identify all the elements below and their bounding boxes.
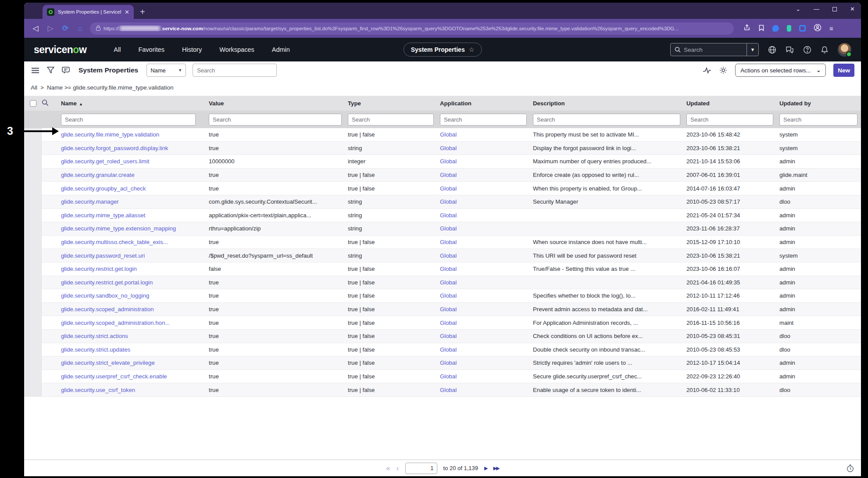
breadcrumb-all-link[interactable]: All: [31, 84, 37, 91]
browser-tab[interactable]: System Properties | ServiceNow ✕: [43, 5, 134, 19]
property-name-link[interactable]: glide.security.scoped_administration: [61, 306, 154, 313]
last-page-icon[interactable]: ▸▸: [493, 464, 499, 472]
extension-teal-icon[interactable]: [787, 25, 791, 32]
filter-updated-by-input[interactable]: [779, 114, 857, 126]
list-menu-icon[interactable]: [31, 68, 39, 73]
filter-application-input[interactable]: [440, 114, 527, 126]
nav-item-workspaces[interactable]: Workspaces: [219, 46, 254, 53]
browser-profile-icon[interactable]: [814, 24, 822, 33]
nav-item-admin[interactable]: Admin: [272, 46, 290, 53]
chat-icon[interactable]: [785, 45, 794, 54]
nav-item-history[interactable]: History: [182, 46, 202, 53]
actions-dropdown[interactable]: Actions on selected rows... ⌄: [735, 64, 826, 77]
current-page-pill[interactable]: System Properties ☆: [404, 43, 482, 57]
property-name-link[interactable]: glide.security.strict_elevate_privilege: [61, 359, 155, 366]
property-name-link[interactable]: glide.security.multisso.check_table_exis…: [61, 239, 168, 245]
application-link[interactable]: Global: [440, 279, 457, 286]
breadcrumb-condition-link[interactable]: Name >= glide.security.file.mime_type.va…: [47, 84, 174, 91]
column-header-updated[interactable]: Updated: [686, 100, 779, 107]
tab-close-icon[interactable]: ✕: [125, 9, 129, 15]
extension-blue-square-icon[interactable]: [799, 25, 806, 32]
favorite-star-icon[interactable]: ☆: [469, 46, 475, 53]
filter-description-input[interactable]: [533, 114, 680, 126]
property-name-link[interactable]: glide.security.restrict.get.portal.login: [61, 279, 153, 286]
filter-icon[interactable]: [46, 67, 55, 74]
application-link[interactable]: Global: [440, 387, 457, 393]
table-row[interactable]: glide.security.groupby_acl_checktruetrue…: [24, 182, 861, 195]
page-number-input[interactable]: [405, 463, 437, 474]
application-link[interactable]: Global: [440, 225, 457, 232]
table-row[interactable]: glide.security.granular.createtruetrue |…: [24, 169, 861, 182]
application-link[interactable]: Global: [440, 306, 457, 313]
minimize-button[interactable]: —: [814, 6, 819, 12]
bookmark-icon[interactable]: [758, 25, 764, 32]
application-link[interactable]: Global: [440, 239, 457, 245]
address-bar[interactable]: https:// .service-now.com /now/nav/ui/cl…: [90, 22, 734, 35]
table-row[interactable]: glide.security.scoped_administrationtrue…: [24, 303, 861, 316]
search-column-select[interactable]: Name ▼: [146, 64, 186, 77]
property-name-link[interactable]: glide.security.strict.actions: [61, 333, 128, 339]
browser-menu-icon[interactable]: ≡: [829, 25, 833, 32]
list-search-input[interactable]: [193, 64, 277, 77]
window-close-button[interactable]: ✕: [850, 6, 855, 12]
response-time-clock-icon[interactable]: [847, 464, 854, 474]
property-name-link[interactable]: glide.security.restrict.get.login: [61, 266, 137, 272]
maximize-button[interactable]: [832, 7, 837, 11]
property-name-link[interactable]: glide.security.userpref_csrf_check.enabl…: [61, 373, 167, 380]
property-name-link[interactable]: glide.security.strict.updates: [61, 346, 130, 353]
application-link[interactable]: Global: [440, 185, 457, 192]
column-header-name[interactable]: Name▲: [54, 100, 209, 107]
application-link[interactable]: Global: [440, 158, 457, 165]
column-search-toggle-icon[interactable]: [42, 99, 49, 108]
property-name-link[interactable]: glide.security.forgot_password.display.l…: [61, 145, 168, 151]
gear-icon[interactable]: [719, 66, 728, 74]
application-link[interactable]: Global: [440, 131, 457, 138]
first-page-icon[interactable]: «: [386, 464, 390, 472]
table-row[interactable]: glide.security.scoped_administration.hon…: [24, 316, 861, 330]
servicenow-logo[interactable]: servicenow: [34, 44, 86, 56]
table-row[interactable]: glide.security.restrict.get.portal.login…: [24, 276, 861, 290]
table-row[interactable]: glide.security.strict.actionstruetrue | …: [24, 330, 861, 343]
globe-icon[interactable]: [768, 45, 776, 54]
application-link[interactable]: Global: [440, 359, 457, 366]
application-link[interactable]: Global: [440, 292, 457, 299]
application-link[interactable]: Global: [440, 212, 457, 219]
column-header-application[interactable]: Application: [440, 100, 533, 107]
table-row[interactable]: glide.security.mime_type.aliassetapplica…: [24, 209, 861, 223]
application-link[interactable]: Global: [440, 373, 457, 380]
nav-item-favorites[interactable]: Favorites: [138, 46, 164, 53]
forward-icon[interactable]: ▷: [45, 24, 56, 33]
table-row[interactable]: glide.security.userpref_csrf_check.enabl…: [24, 370, 861, 384]
activity-pulse-icon[interactable]: [703, 67, 711, 74]
help-icon[interactable]: [803, 45, 811, 54]
tab-search-icon[interactable]: ⌄: [796, 6, 800, 12]
nav-item-all[interactable]: All: [114, 46, 121, 53]
property-name-link[interactable]: glide.security.password_reset.uri: [61, 252, 145, 259]
application-link[interactable]: Global: [440, 198, 457, 205]
comments-icon[interactable]: [61, 67, 70, 74]
property-name-link[interactable]: glide.security.use_csrf_token: [61, 387, 135, 393]
share-icon[interactable]: [743, 24, 750, 32]
search-scope-dropdown[interactable]: ▼: [747, 43, 758, 56]
back-icon[interactable]: ◁: [30, 24, 41, 33]
property-name-link[interactable]: glide.security.scoped_administration.hon…: [61, 320, 170, 326]
property-name-link[interactable]: glide.security.groupby_acl_check: [61, 185, 146, 192]
user-avatar[interactable]: [838, 43, 851, 57]
extension-blue-drop-icon[interactable]: [772, 25, 779, 32]
column-header-updated-by[interactable]: Updated by: [779, 100, 861, 107]
property-name-link[interactable]: glide.security.manager: [61, 198, 119, 205]
property-name-link[interactable]: glide.security.mime_type.extension_mappi…: [61, 225, 176, 232]
application-link[interactable]: Global: [440, 346, 457, 353]
property-name-link[interactable]: glide.security.mime_type.aliasset: [61, 212, 146, 219]
table-row[interactable]: glide.security.mime_type.extension_mappi…: [24, 222, 861, 236]
table-row[interactable]: glide.security.restrict.get.loginfalsetr…: [24, 262, 861, 276]
previous-page-icon[interactable]: ‹: [396, 464, 399, 472]
property-name-link[interactable]: glide.security.file.mime_type.validation: [61, 131, 159, 138]
application-link[interactable]: Global: [440, 320, 457, 326]
select-all-checkbox[interactable]: [30, 100, 36, 107]
table-row[interactable]: glide.security.use_csrf_tokentruetrue | …: [24, 383, 861, 397]
property-name-link[interactable]: glide.security.granular.create: [61, 172, 135, 178]
property-name-link[interactable]: glide.security.sandbox_no_logging: [61, 292, 149, 299]
application-link[interactable]: Global: [440, 252, 457, 259]
application-link[interactable]: Global: [440, 145, 457, 151]
